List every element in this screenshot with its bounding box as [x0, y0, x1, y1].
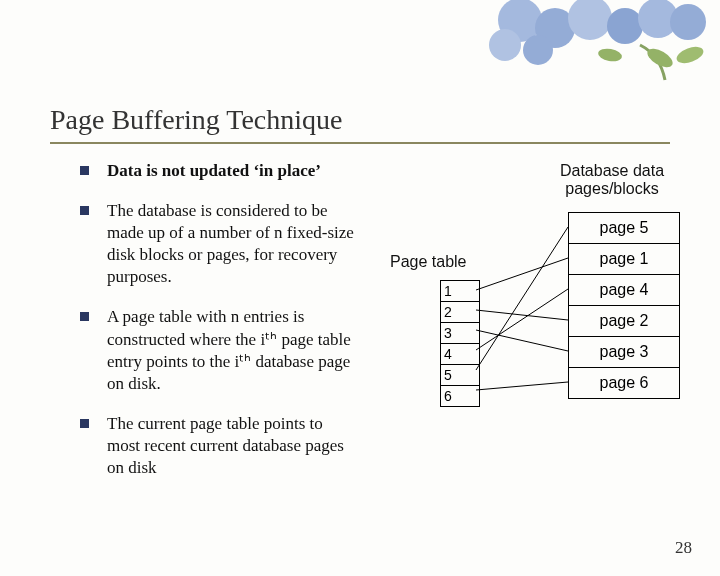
data-page: page 4 [568, 274, 680, 305]
bullet-text: The database is considered to be made up… [107, 200, 360, 288]
page-table-entry: 2 [441, 302, 480, 323]
svg-line-12 [476, 310, 568, 320]
bullet-text: A page table with n entries is construct… [107, 306, 360, 394]
data-page: page 6 [568, 367, 680, 399]
page-table-entry: 1 [441, 281, 480, 302]
svg-point-10 [597, 47, 623, 63]
slide-title: Page Buffering Technique [50, 104, 342, 136]
svg-point-9 [674, 44, 705, 67]
bullet-text: Data is not updated ‘in place’ [107, 160, 321, 182]
svg-line-14 [476, 289, 568, 350]
svg-point-7 [523, 35, 553, 65]
bullet-icon [80, 166, 89, 175]
bullet-text: The current page table points to most re… [107, 413, 360, 479]
data-page: page 5 [568, 212, 680, 243]
svg-point-3 [607, 8, 643, 44]
bullet-icon [80, 206, 89, 215]
page-table: 1 2 3 4 5 6 [440, 280, 480, 407]
list-item: The current page table points to most re… [80, 413, 360, 479]
page-table-entry: 4 [441, 344, 480, 365]
data-page: page 2 [568, 305, 680, 336]
svg-point-5 [670, 4, 706, 40]
svg-line-13 [476, 330, 568, 351]
title-underline [50, 142, 670, 144]
slide-number: 28 [675, 538, 692, 558]
page-table-entry: 3 [441, 323, 480, 344]
data-pages-header: Database data pages/blocks [552, 162, 672, 199]
list-item: Data is not updated ‘in place’ [80, 160, 360, 182]
svg-line-15 [476, 227, 568, 370]
list-item: The database is considered to be made up… [80, 200, 360, 288]
svg-line-16 [476, 382, 568, 390]
page-table-entry: 5 [441, 365, 480, 386]
page-table-entry: 6 [441, 386, 480, 407]
bullet-list: Data is not updated ‘in place’ The datab… [80, 160, 360, 497]
svg-line-11 [476, 258, 568, 290]
data-pages-stack: page 5 page 1 page 4 page 2 page 3 page … [568, 212, 680, 399]
page-table-label: Page table [390, 253, 467, 271]
bullet-icon [80, 419, 89, 428]
data-page: page 3 [568, 336, 680, 367]
floral-corner [460, 0, 720, 85]
bullet-icon [80, 312, 89, 321]
data-page: page 1 [568, 243, 680, 274]
svg-point-6 [489, 29, 521, 61]
svg-point-2 [568, 0, 612, 40]
list-item: A page table with n entries is construct… [80, 306, 360, 394]
